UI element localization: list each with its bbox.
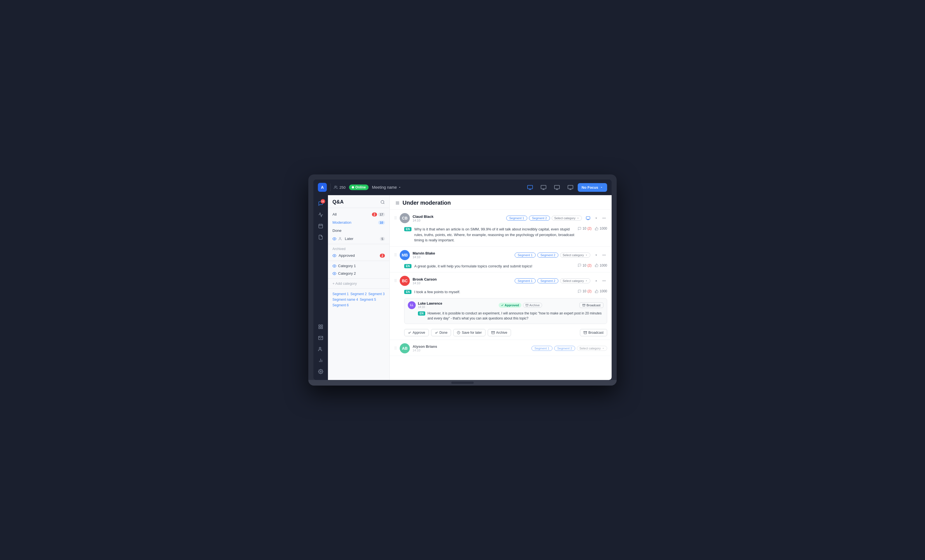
username-1: Claud Black bbox=[413, 215, 503, 219]
archived-label: Archived bbox=[328, 245, 389, 251]
svg-rect-9 bbox=[319, 325, 320, 326]
done-btn-3[interactable]: Done bbox=[431, 329, 451, 336]
no-focus-button[interactable]: No Focus bbox=[578, 183, 607, 192]
question-body-2: EN A great guide, it will help you formu… bbox=[390, 262, 612, 272]
svg-point-35 bbox=[603, 281, 603, 281]
moderation-badge: 10 bbox=[378, 221, 385, 225]
sidebar-item-moderation[interactable]: Moderation 10 bbox=[328, 218, 389, 227]
nav-icon-chart[interactable] bbox=[316, 355, 326, 365]
sidebar: Q&A All 2 bbox=[328, 195, 390, 380]
lang-3: EN bbox=[404, 290, 411, 294]
select-cat-4[interactable]: Select category bbox=[577, 346, 607, 351]
segment-1-tag[interactable]: Segment 1 bbox=[333, 292, 349, 296]
likes-stat-3: 1000 bbox=[595, 289, 607, 293]
tags-3: Segment 1 Segment 2 Select category bbox=[515, 278, 590, 283]
drag-handle-2[interactable]: ⠿ bbox=[394, 253, 397, 257]
comments-stat-3: 10 (2) bbox=[578, 289, 591, 293]
svg-rect-45 bbox=[584, 331, 587, 332]
nav-icon-docs[interactable] bbox=[316, 232, 326, 242]
svg-rect-3 bbox=[554, 185, 559, 189]
nav-icon-settings[interactable] bbox=[316, 366, 326, 377]
segment-6-tag[interactable]: Segment 6 bbox=[333, 303, 349, 307]
seg1-tag-1[interactable]: Segment 1 bbox=[506, 216, 527, 221]
archive-tag-3[interactable]: Archive bbox=[523, 303, 542, 308]
actions-2 bbox=[593, 252, 607, 258]
collapse-3[interactable] bbox=[593, 278, 599, 284]
segment-3-tag[interactable]: Segment 3 bbox=[368, 292, 384, 296]
usertime-1: 14:10 bbox=[413, 219, 503, 222]
add-category-button[interactable]: + Add category bbox=[328, 280, 389, 287]
usertime-2: 14:10 bbox=[413, 255, 512, 259]
tags-2: Segment 1 Segment 2 Select category bbox=[515, 252, 590, 258]
save-later-btn-3[interactable]: Save for later bbox=[453, 329, 485, 336]
expand-2[interactable] bbox=[593, 252, 599, 258]
svg-point-29 bbox=[603, 218, 603, 218]
approved-tag-3[interactable]: Approved bbox=[499, 303, 521, 308]
nav-icon-analytics[interactable] bbox=[316, 210, 326, 220]
usertime-3: 14:10 bbox=[413, 281, 512, 285]
question-body-3: EN I took a few points to myself. 10 (2)… bbox=[390, 288, 612, 298]
seg2-tag-4[interactable]: Segment 2 bbox=[554, 346, 575, 351]
seg1-tag-4[interactable]: Segment 1 bbox=[532, 346, 553, 351]
content-title: Under moderation bbox=[402, 200, 451, 206]
segment-name-4-tag[interactable]: Segment name 4 bbox=[333, 298, 358, 302]
stats-2: 10 (2) 1000 bbox=[578, 263, 607, 267]
seg1-tag-3[interactable]: Segment 1 bbox=[515, 278, 536, 283]
svg-point-23 bbox=[334, 266, 335, 267]
svg-point-32 bbox=[603, 255, 603, 255]
svg-rect-1 bbox=[527, 185, 533, 189]
broadcast-btn-3[interactable]: Broadcast bbox=[580, 329, 607, 336]
monitor-action-1[interactable] bbox=[585, 215, 591, 221]
nav-icon-grid[interactable] bbox=[316, 322, 326, 332]
more-1[interactable] bbox=[601, 215, 607, 221]
more-3[interactable] bbox=[601, 278, 607, 284]
drag-handle-1[interactable]: ⠿ bbox=[394, 216, 397, 220]
monitor-3-icon[interactable] bbox=[553, 184, 561, 191]
approve-btn-3[interactable]: Approve bbox=[404, 329, 429, 336]
svg-point-31 bbox=[605, 218, 606, 218]
sidebar-item-later[interactable]: Later 5 bbox=[328, 235, 389, 243]
question-body-1: EN Why is it that when an article is on … bbox=[390, 225, 612, 246]
meeting-name[interactable]: Meeting name bbox=[372, 185, 401, 189]
sidebar-header: Q&A bbox=[328, 195, 389, 208]
sub-answer-3: LL Luke Lawrence 14:10 Approved bbox=[404, 298, 607, 324]
likes-stat-2: 1000 bbox=[595, 263, 607, 267]
svg-point-33 bbox=[604, 255, 604, 255]
sidebar-item-approved[interactable]: Approved 2 bbox=[328, 251, 389, 260]
select-cat-2[interactable]: Select category bbox=[560, 252, 590, 258]
svg-point-37 bbox=[605, 281, 606, 281]
segment-2-tag[interactable]: Segment 2 bbox=[350, 292, 367, 296]
actions-1 bbox=[585, 215, 607, 221]
seg1-tag-2[interactable]: Segment 1 bbox=[515, 252, 536, 258]
select-cat-3[interactable]: Select category bbox=[560, 278, 590, 283]
more-2[interactable] bbox=[601, 252, 607, 258]
avatar-2: MB bbox=[400, 250, 410, 260]
expand-1[interactable] bbox=[593, 215, 599, 221]
seg2-tag-3[interactable]: Segment 2 bbox=[537, 278, 558, 283]
broadcast-tag-3[interactable]: Broadcast bbox=[579, 302, 604, 308]
question-card-2: ⠿ MB Marvin Blake 14:10 Segment 1 Segmen… bbox=[390, 247, 612, 273]
monitor-2-icon[interactable] bbox=[539, 184, 547, 191]
monitor-4-icon[interactable] bbox=[566, 184, 574, 191]
seg2-tag-2[interactable]: Segment 2 bbox=[537, 252, 558, 258]
hamburger-icon[interactable] bbox=[395, 200, 400, 206]
drag-handle-4[interactable]: ⠿ bbox=[394, 346, 397, 351]
seg2-tag-1[interactable]: Segment 2 bbox=[529, 216, 550, 221]
archive-btn-3[interactable]: Archive bbox=[488, 329, 511, 336]
monitor-1-icon[interactable] bbox=[526, 184, 534, 191]
nav-icon-calendar[interactable] bbox=[316, 221, 326, 231]
select-cat-1[interactable]: Select category bbox=[551, 216, 582, 221]
sidebar-item-all[interactable]: All 2 17 bbox=[328, 210, 389, 218]
segment-5-tag[interactable]: Segment 5 bbox=[360, 298, 376, 302]
sidebar-search-button[interactable] bbox=[380, 200, 385, 205]
comments-stat-2: 10 (2) bbox=[578, 263, 591, 267]
nav-icon-users[interactable] bbox=[316, 344, 326, 354]
nav-icon-qa[interactable]: 11 bbox=[316, 198, 326, 209]
drag-handle-3[interactable]: ⠿ bbox=[394, 279, 397, 283]
svg-rect-40 bbox=[583, 304, 585, 305]
svg-point-0 bbox=[335, 186, 336, 187]
nav-icon-mail[interactable] bbox=[316, 333, 326, 343]
sidebar-item-category1[interactable]: Category 1 bbox=[328, 262, 389, 270]
sidebar-item-done[interactable]: Done bbox=[328, 227, 389, 235]
sidebar-item-category2[interactable]: Category 2 bbox=[328, 270, 389, 277]
